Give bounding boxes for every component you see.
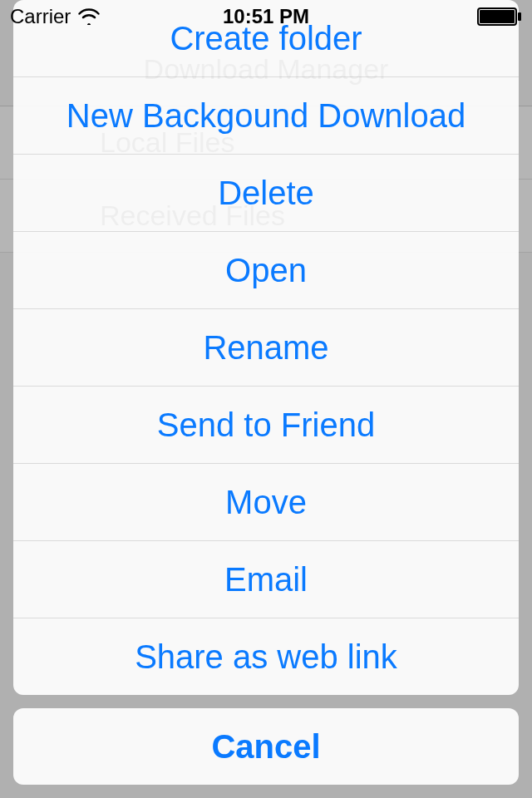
action-sheet-options: Create folder New Backgound Download Del…	[13, 0, 519, 695]
open-button[interactable]: Open	[13, 231, 519, 308]
status-left: Carrier	[10, 5, 101, 28]
send-to-friend-button[interactable]: Send to Friend	[13, 386, 519, 463]
svg-rect-2	[518, 12, 521, 21]
action-sheet: Create folder New Backgound Download Del…	[13, 0, 519, 785]
new-background-download-button[interactable]: New Backgound Download	[13, 76, 519, 154]
rename-button[interactable]: Rename	[13, 308, 519, 386]
status-time: 10:51 PM	[223, 5, 309, 28]
wifi-icon	[77, 8, 101, 25]
svg-rect-1	[480, 10, 515, 23]
share-as-web-link-button[interactable]: Share as web link	[13, 618, 519, 695]
carrier-label: Carrier	[10, 5, 71, 28]
cancel-button[interactable]: Cancel	[13, 708, 519, 785]
action-sheet-cancel-group: Cancel	[13, 708, 519, 785]
status-bar: Carrier 10:51 PM	[0, 0, 532, 33]
battery-icon	[477, 7, 522, 26]
status-right	[477, 7, 522, 26]
email-button[interactable]: Email	[13, 540, 519, 618]
move-button[interactable]: Move	[13, 463, 519, 540]
delete-button[interactable]: Delete	[13, 154, 519, 231]
